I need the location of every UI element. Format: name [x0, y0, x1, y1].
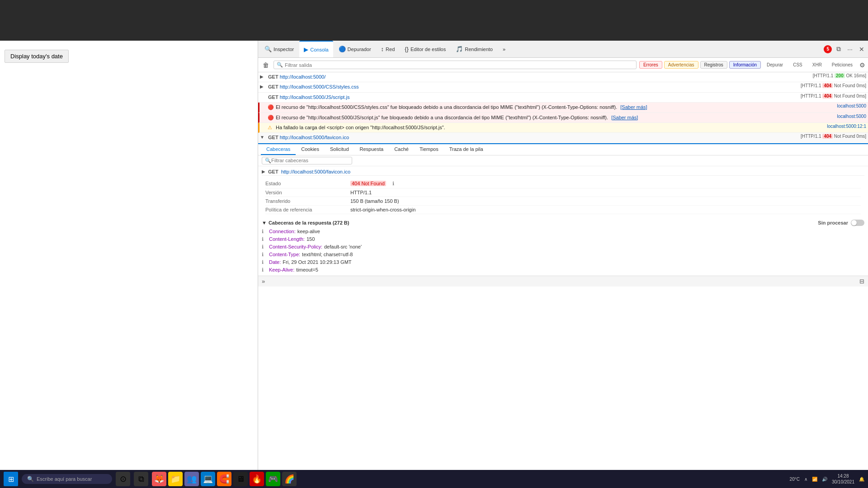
tab-rendimiento[interactable]: 🎵 Rendimiento [451, 41, 497, 57]
cabeceras-filter-input[interactable]: 🔍 [262, 157, 352, 164]
detail-tab-cabeceras[interactable]: Cabeceras [261, 144, 296, 155]
console-row-get-favicon[interactable]: ▼ GET http://localhost:5000/favicon.ico … [258, 133, 868, 143]
http-url[interactable]: http://localhost:5000/CSS/styles.css [280, 84, 359, 89]
hdr-info-icon[interactable]: ℹ [262, 267, 269, 273]
taskbar-xampp[interactable]: 🧲 [217, 472, 231, 486]
filter-registros[interactable]: Registros [700, 61, 727, 69]
app6-icon: 🔥 [252, 474, 262, 484]
tab-inspector[interactable]: 🔍 Inspector [260, 41, 298, 57]
taskbar-app8[interactable]: 🌈 [282, 472, 297, 486]
volume-icon[interactable]: 🔊 [822, 477, 827, 482]
filter-informacion[interactable]: Información [729, 61, 761, 69]
notification-icon[interactable]: 🔔 [859, 477, 864, 482]
taskbar-firefox[interactable]: 🦊 [152, 472, 166, 486]
start-button[interactable]: ⊞ [4, 472, 18, 486]
header-date: ℹ Date: Fri, 29 Oct 2021 10:29:13 GMT [262, 258, 864, 266]
clear-console-button[interactable]: 🗑 [261, 61, 271, 70]
taskbar-app7[interactable]: 🎮 [266, 472, 280, 486]
hdr-connection-value: keep-alive [297, 229, 320, 234]
rendimiento-icon: 🎵 [456, 46, 463, 52]
filter-errores[interactable]: Errores [639, 61, 662, 69]
hdr-csp-value: default-src 'none' [324, 244, 362, 249]
resize-button[interactable]: ⧉ [835, 44, 843, 54]
hdr-info-icon[interactable]: ℹ [262, 259, 269, 265]
console-settings-icon[interactable]: ⚙ [859, 61, 865, 69]
consola-icon: ▶ [304, 46, 308, 53]
console-row-get-js[interactable]: GET http://localhost:5000/JS/script.js [… [258, 93, 868, 103]
tab-depurador-label: Depurador [348, 47, 371, 52]
taskbar-vscode[interactable]: 💻 [201, 472, 215, 486]
console-row-warning-script[interactable]: ⚠ Ha fallado la carga del <script> con o… [258, 123, 868, 133]
taskbar-explorer[interactable]: 📁 [168, 472, 183, 486]
taskbar-search[interactable]: 🔍 Escribe aquí para buscar [22, 474, 112, 484]
app7-icon: 🎮 [268, 474, 278, 484]
tab-editor-estilos[interactable]: {} Editor de estilos [400, 41, 450, 57]
detail-tab-cookies[interactable]: Cookies [296, 144, 325, 155]
expand-console-icon[interactable]: » [262, 278, 265, 285]
hdr-info-icon[interactable]: ℹ [262, 236, 269, 242]
resp-version-label: Versión [265, 190, 347, 195]
taskbar-taskview[interactable]: ⧉ [134, 472, 148, 486]
resp-transferido-label: Transferido [265, 198, 347, 204]
info-icon[interactable]: ℹ [392, 181, 394, 187]
filter-css[interactable]: CSS [789, 61, 807, 69]
detail-row-toggle[interactable]: ▶ [262, 169, 268, 174]
hdr-info-icon[interactable]: ℹ [262, 252, 269, 258]
row-toggle[interactable]: ▶ [260, 84, 266, 89]
filter-xhr[interactable]: XHR [808, 61, 826, 69]
cortana-icon: ⊙ [120, 474, 127, 484]
more-options-button[interactable]: ··· [845, 45, 854, 54]
taskbar-clock[interactable]: 14:28 30/10/2021 [832, 473, 854, 485]
detail-tab-cache[interactable]: Caché [389, 144, 414, 155]
filter-input-container[interactable]: 🔍 [274, 61, 637, 69]
taskbar-cortana[interactable]: ⊙ [116, 472, 130, 486]
detail-tab-respuesta[interactable]: Respuesta [354, 144, 389, 155]
http-url[interactable]: http://localhost:5000/ [280, 74, 326, 80]
console-row-error-js-mime[interactable]: 🔴 El recurso de "http://localhost:5000/J… [258, 113, 868, 123]
http-url[interactable]: http://localhost:5000/JS/script.js [280, 94, 350, 100]
filter-advertencias[interactable]: Advertencias [664, 61, 698, 69]
resp-row-version: Versión HTTP/1.1 [265, 188, 861, 197]
filter-depurar[interactable]: Depurar [763, 61, 787, 69]
hdr-info-icon[interactable]: ℹ [262, 229, 269, 235]
detail-request-method: GET [268, 169, 278, 174]
taskbar-teams[interactable]: 👥 [184, 472, 199, 486]
error-icon: 🔴 [268, 115, 274, 121]
tab-more[interactable]: » [498, 41, 510, 57]
tab-rendimiento-label: Rendimiento [465, 47, 493, 52]
saber-mas-link[interactable]: [Saber más] [611, 115, 638, 120]
filter-peticiones[interactable]: Peticiones [828, 61, 857, 69]
row-toggle[interactable]: ▼ [260, 135, 266, 140]
chevron-up-icon[interactable]: ∧ [804, 477, 807, 482]
depurador-icon: 🔵 [339, 46, 346, 52]
detail-request-url[interactable]: http://localhost:5000/favicon.ico [281, 169, 350, 174]
resp-headers-section-header: ▼ Cabeceras de la respuesta (272 B) Sin … [262, 218, 864, 228]
section-toggle-icon[interactable]: ▼ [262, 220, 267, 225]
console-row-get-css[interactable]: ▶ GET http://localhost:5000/CSS/styles.c… [258, 82, 868, 92]
detail-tab-solicitud[interactable]: Solicitud [325, 144, 354, 155]
http-url[interactable]: http://localhost:5000/favicon.ico [280, 135, 349, 140]
network-icon[interactable]: 📶 [812, 477, 817, 482]
taskbar-terminal[interactable]: 🖥 [233, 472, 248, 486]
tab-consola[interactable]: ▶ Consola [299, 41, 333, 57]
saber-mas-link[interactable]: [Saber más] [620, 104, 647, 110]
taskbar-apps: 🦊 📁 👥 💻 🧲 🖥 🔥 🎮 🌈 [152, 472, 297, 486]
console-row-error-css-mime[interactable]: 🔴 El recurso de "http://localhost:5000/C… [258, 103, 868, 113]
filter-cabeceras-input[interactable] [271, 158, 349, 163]
display-date-button[interactable]: Display today's date [5, 50, 69, 63]
http-method: GET [268, 74, 278, 80]
raw-toggle-switch[interactable] [851, 220, 864, 226]
tab-red[interactable]: ↕ Red [377, 41, 400, 57]
tab-depurador[interactable]: 🔵 Depurador [334, 41, 376, 57]
raw-toggle-label: Sin procesar [818, 220, 848, 225]
dock-icon[interactable]: ⊟ [859, 278, 864, 285]
filter-salida-input[interactable] [285, 62, 633, 68]
hdr-info-icon[interactable]: ℹ [262, 244, 269, 250]
taskbar-app6[interactable]: 🔥 [250, 472, 264, 486]
detail-tab-traza[interactable]: Traza de la pila [444, 144, 489, 155]
devtools-panel: 🔍 Inspector ▶ Consola 🔵 Depurador ↕ Red … [258, 41, 868, 470]
close-devtools-button[interactable]: ✕ [857, 45, 866, 54]
row-toggle[interactable]: ▶ [260, 74, 266, 79]
detail-tab-tiempos[interactable]: Tiempos [414, 144, 444, 155]
console-row-get-root[interactable]: ▶ GET http://localhost:5000/ [HTTP/1.1 2… [258, 72, 868, 82]
